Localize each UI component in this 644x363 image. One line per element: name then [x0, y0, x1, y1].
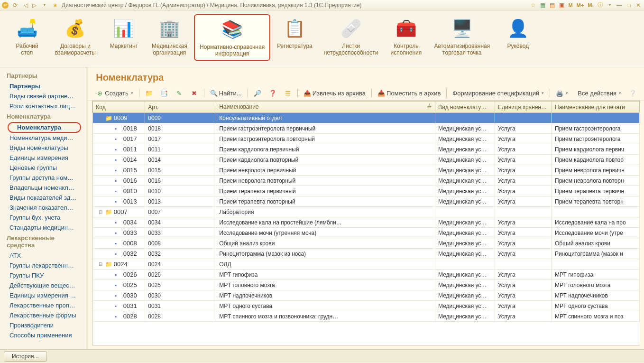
section-tab-reg[interactable]: 📋Регистратура [272, 14, 317, 52]
tree-toggle-icon[interactable]: ⊟ [98, 115, 103, 121]
nav-fwd-icon[interactable]: ▷ [30, 1, 38, 9]
delete-mark-button[interactable]: ✖ [188, 88, 201, 98]
table-row[interactable]: ▪00280028МРТ спинного мозга и позвоночни… [93, 311, 640, 322]
section-tab-marketing[interactable]: 📊Маркетинг [102, 14, 145, 52]
help-button[interactable]: ❓ [266, 88, 279, 98]
nav-item[interactable]: Группы лекарственных форм [0, 261, 86, 270]
table-row[interactable]: ▪00150015Прием невролога первичныйМедици… [93, 165, 640, 176]
column-header[interactable]: Код [93, 102, 145, 113]
table-row[interactable]: ▪00330033Исследование мочи (утренняя моч… [93, 228, 640, 238]
nav-item[interactable]: Единицы измерения лекарстве… [0, 290, 86, 300]
cell-art: 0016 [145, 176, 216, 186]
notes-icon[interactable]: ▦ [539, 1, 546, 9]
new-folder-button[interactable]: 📁 [142, 88, 156, 98]
nav-item[interactable]: Производители [0, 320, 86, 330]
table-row[interactable]: ▪00080008Общий анализ кровиМедицинская у… [93, 238, 640, 249]
cell-code: 0013 [123, 198, 137, 205]
nav-item[interactable]: Владельцы номенклатуры [0, 183, 86, 193]
find-button[interactable]: 🔍 Найти... [207, 88, 245, 98]
table-row[interactable]: ▪00140014Прием кардиолога повторныйМедиц… [93, 155, 640, 165]
column-header[interactable]: Вид номенклату… [435, 102, 495, 113]
section-tab-desk[interactable]: 🛋️Рабочийстол [6, 14, 48, 59]
cell-print: Прием терапевта первичн [552, 186, 640, 196]
copy-button[interactable]: 📑 [157, 88, 171, 98]
print-button[interactable]: 🖨️▾ [553, 88, 571, 98]
all-actions-button[interactable]: Все действия ▾ [575, 88, 624, 98]
nav-item[interactable]: Значения показателей здоровья [0, 203, 86, 213]
maximize-icon[interactable]: □ [625, 1, 633, 9]
nav-back-icon[interactable]: ◁ [22, 1, 29, 9]
nav-item[interactable]: Лекарственные формы [0, 310, 86, 320]
nav-item[interactable]: Действующие вещества (МНН) [0, 280, 86, 290]
star-small-icon[interactable]: ☆ [529, 1, 537, 9]
refresh-icon[interactable]: ⟳ [11, 1, 19, 9]
history-button[interactable]: История... [4, 351, 47, 362]
table-row[interactable]: ▪00340034Исследование кала на простейшие… [93, 217, 640, 228]
section-tab-sick[interactable]: 🩹Листкинетрудоспособности [319, 14, 383, 59]
section-tab-mgr[interactable]: 👤Руковод [497, 14, 539, 52]
favorite-icon[interactable]: ★ [51, 1, 59, 9]
column-header[interactable]: Наименование≜ [216, 102, 435, 113]
nav-item[interactable]: Виды связей партнеров [0, 91, 86, 101]
table-row[interactable]: ▪00160016Прием невролога повторныйМедици… [93, 176, 640, 186]
calc-icon[interactable]: ▤ [548, 1, 556, 9]
table-row[interactable]: ▪00170017Прием гастроэнтеролога повторны… [93, 134, 640, 144]
column-header[interactable]: Единица хранен… [495, 102, 552, 113]
list-button[interactable]: ☰ [281, 88, 294, 98]
nav-item[interactable]: Группы доступа номенклатуры [0, 173, 86, 183]
nav-item[interactable]: Роли контактных лиц партнеров [0, 101, 86, 111]
archive-button[interactable]: 📥 Поместить в архив [375, 88, 443, 98]
info-dropdown-icon[interactable]: ▾ [606, 1, 614, 9]
nav-item[interactable]: Способы применения [0, 330, 86, 340]
nav-item[interactable]: Номенклатура [8, 122, 81, 133]
zoom-button[interactable]: 🔎 [251, 88, 264, 98]
nav-item[interactable]: Партнеры [0, 81, 86, 91]
tree-toggle-icon[interactable]: ⊟ [98, 209, 103, 214]
table-row[interactable]: ▪00130013Прием терапевта повторныйМедици… [93, 196, 640, 207]
help2-button[interactable]: ❔ [626, 88, 639, 98]
table-row[interactable]: ▪00260026МРТ гипофизаМедицинская ус…Услу… [93, 270, 640, 280]
calendar-icon[interactable]: ▣ [558, 1, 565, 9]
section-tab-medorg[interactable]: 🏢Медицинскаяорганизация [147, 14, 192, 59]
nav-item[interactable]: Виды номенклатуры [0, 143, 86, 153]
section-tab-nsi[interactable]: 📚Нормативно-справочнаяинформация [194, 14, 270, 61]
table-row[interactable]: ▪00100010Прием терапевта первичныйМедици… [93, 186, 640, 196]
minimize-icon[interactable]: — [616, 1, 623, 9]
memory-mminus-button[interactable]: M- [587, 2, 595, 8]
close-icon[interactable]: ✕ [635, 1, 642, 9]
cell-name: Консультативный отдел [216, 113, 435, 123]
table-row[interactable]: ▪00180018Прием гастроэнтеролога первичны… [93, 123, 640, 134]
nav-item[interactable]: Единицы измерения [0, 153, 86, 163]
extract-button[interactable]: 📤 Извлечь из архива [301, 88, 368, 98]
memory-m-button[interactable]: M [567, 2, 573, 8]
specs-button[interactable]: Формирование спецификаций ▾ [450, 88, 547, 98]
nav-item[interactable]: Номенклатура медицинских усл… [0, 133, 86, 143]
section-tab-pos[interactable]: 🖥️Автоматизированнаяторговая точка [429, 14, 495, 59]
info-icon[interactable]: ⓘ [597, 1, 604, 9]
table-row-folder[interactable]: ⊟📁00090009Консультативный отдел [93, 113, 640, 123]
nav-item[interactable]: АТХ [0, 251, 86, 261]
nav-item[interactable]: Виды показателей здоровья [0, 193, 86, 203]
nav-item[interactable]: Лекарственные прописи [0, 300, 86, 310]
column-header[interactable]: Арт. [145, 102, 216, 113]
nav-item[interactable]: Группы ПКУ [0, 270, 86, 280]
table-row-folder[interactable]: ⊟📁00240024ОЛД [93, 259, 640, 270]
section-tab-contracts[interactable]: 💰Договоры ивзаиморасчеты [50, 14, 101, 59]
tree-toggle-icon[interactable]: ⊟ [98, 261, 103, 267]
nav-item[interactable]: Стандарты медицинской помощи [0, 223, 86, 233]
table-row-folder[interactable]: ⊟📁00070007Лаборатория [93, 207, 640, 217]
table-row[interactable]: ▪00300030МРТ надпочечниковМедицинская ус… [93, 290, 640, 301]
nav-dropdown-icon[interactable]: ▼ [41, 1, 48, 9]
data-table-wrap[interactable]: КодАрт.Наименование≜Вид номенклату…Едини… [92, 101, 640, 345]
edit-button[interactable]: ✎ [173, 88, 186, 98]
memory-mplus-button[interactable]: M+ [576, 2, 585, 8]
table-row[interactable]: ▪00110011Прием кардиолога первичныйМедиц… [93, 144, 640, 155]
table-row[interactable]: ▪00320032Риноцитограмма (мазок из носа)М… [93, 249, 640, 259]
create-button[interactable]: ⊕ Создать ▾ [93, 88, 136, 98]
table-row[interactable]: ▪00250025МРТ головного мозгаМедицинская … [93, 280, 640, 290]
column-header[interactable]: Наименование для печати [552, 102, 640, 113]
section-tab-control[interactable]: 🧰Контрольисполнения [385, 14, 427, 59]
table-row[interactable]: ▪00310031МРТ одного суставаМедицинская у… [93, 301, 640, 311]
nav-item[interactable]: Ценовые группы [0, 163, 86, 173]
nav-item[interactable]: Группы бух. учета [0, 213, 86, 223]
